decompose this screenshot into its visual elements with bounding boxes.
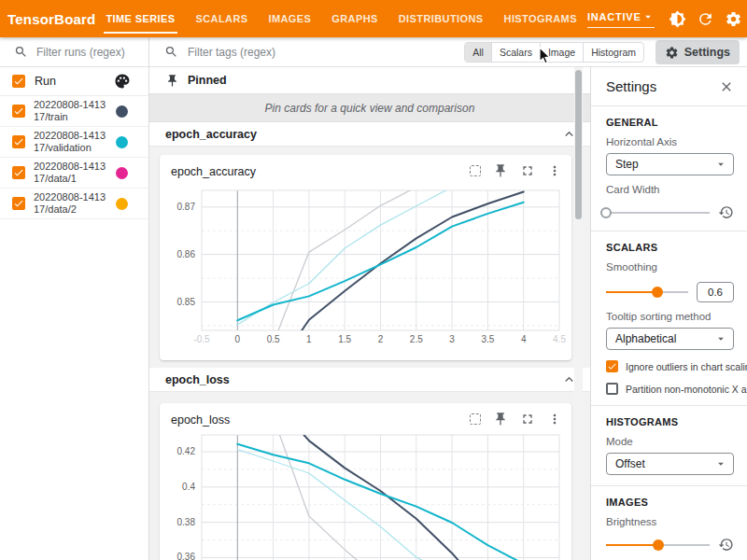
images-heading: IMAGES [606,497,734,508]
tooltip-sorting-select[interactable]: Alphabetical [606,328,734,350]
check-icon [13,198,24,209]
tooltip-sorting-value: Alphabetical [615,332,676,345]
run-color-dot [116,198,128,210]
tab-time-series[interactable]: TIME SERIES [95,0,185,37]
run-row[interactable]: 20220808-141317/validation [0,127,148,158]
pin-icon [165,74,179,88]
tab-distributions[interactable]: DISTRIBUTIONS [388,0,494,37]
svg-text:3: 3 [449,334,455,344]
svg-text:4: 4 [521,334,527,344]
smoothing-label: Smoothing [606,261,734,273]
palette-icon[interactable] [114,73,131,90]
kebab-menu-icon[interactable] [547,412,562,427]
runs-header-label: Run [35,75,56,88]
section-header-epoch-accuracy[interactable]: epoch_accuracy [149,122,590,147]
run-name: 20220808-141317/validation [34,130,110,154]
run-checkbox[interactable] [12,166,25,179]
runs-header-row: Run [0,67,148,96]
filter-histogram-button[interactable]: Histogram [583,43,643,62]
tags-filter-input[interactable] [188,46,356,59]
settings-button[interactable]: Settings [655,40,740,64]
reset-history-icon[interactable] [718,537,734,553]
tooltip-sorting-label: Tooltip sorting method [606,311,734,322]
histogram-mode-select[interactable]: Offset [606,453,734,475]
pin-icon[interactable] [493,412,508,427]
filter-scalars-button[interactable]: Scalars [491,43,540,62]
card-width-slider[interactable] [606,206,710,219]
run-row[interactable]: 20220808-141317/data/1 [0,158,148,189]
kebab-menu-icon[interactable] [547,163,562,178]
svg-text:0.85: 0.85 [177,297,196,307]
run-row[interactable]: 20220808-141317/train [0,96,148,127]
runs-filter-input[interactable] [36,46,139,59]
horizontal-axis-label: Horizontal Axis [606,136,734,147]
fit-domain-icon[interactable] [470,165,481,176]
tab-scalars[interactable]: SCALARS [186,0,259,37]
brightness-slider[interactable] [606,539,710,552]
tags-filter-row [164,37,356,66]
histogram-mode-value: Offset [615,457,645,470]
divider [591,485,747,486]
smoothing-value-input[interactable]: 0.6 [697,282,734,302]
epoch-accuracy-chart[interactable]: 0.850.860.8700.511.522.533.54-0.54.5 [160,155,571,360]
ignore-outliers-label: Ignore outliers in chart scaling [626,361,747,372]
svg-text:0.38: 0.38 [177,517,196,527]
run-checkbox[interactable] [12,135,25,148]
close-icon[interactable] [719,79,734,94]
pinned-empty-message: Pin cards for a quick view and compariso… [149,93,590,122]
caret-down-icon [714,457,727,470]
run-checkbox[interactable] [12,105,25,118]
run-checkbox[interactable] [12,197,25,210]
check-icon [13,136,24,147]
check-icon [13,167,24,178]
tab-images[interactable]: IMAGES [259,0,322,37]
section-title: epoch_accuracy [165,128,257,141]
settings-panel-title: Settings [606,78,656,94]
histogram-mode-label: Mode [606,436,734,447]
settings-button-label: Settings [684,46,730,59]
run-row[interactable]: 20220808-141317/data/2 [0,189,148,219]
svg-text:1: 1 [306,334,312,344]
svg-text:0.5: 0.5 [267,334,280,344]
caret-down-icon [641,10,655,23]
slider-thumb[interactable] [652,287,663,298]
slider-thumb[interactable] [653,539,664,551]
tab-graphs[interactable]: GRAPHS [321,0,388,37]
reset-history-icon[interactable] [718,204,734,220]
search-icon [164,45,178,59]
run-name: 20220808-141317/data/2 [34,191,110,216]
tab-histograms[interactable]: HISTOGRAMS [494,0,587,37]
partition-x-axis-checkbox[interactable] [606,383,618,395]
epoch-accuracy-card: epoch_accuracy 0.850.860.8700.511.522.53… [160,155,571,360]
pin-icon[interactable] [493,163,508,178]
general-heading: GENERAL [606,117,734,128]
epoch-loss-chart[interactable]: 0.360.380.40.4200.511.522.533.54-0.54.5 [160,403,571,560]
slider-thumb[interactable] [600,207,612,218]
gear-icon[interactable] [725,10,742,28]
filter-all-button[interactable]: All [465,43,491,62]
refresh-icon[interactable] [697,10,714,28]
cards-area: Pinned Pin cards for a quick view and co… [149,67,590,560]
filter-image-button[interactable]: Image [540,43,583,62]
pinned-section-header: Pinned [149,67,590,93]
divider [591,405,747,406]
run-name: 20220808-141317/data/1 [34,161,110,185]
main-scrollbar-thumb[interactable] [575,70,582,219]
ignore-outliers-checkbox[interactable] [606,360,618,372]
horizontal-axis-value: Step [615,158,639,171]
brightness-toggle-icon[interactable] [669,10,686,28]
run-color-dot [116,167,128,179]
runs-sidebar: Run 20220808-141317/train 20220808-14131… [0,37,149,560]
horizontal-axis-select[interactable]: Step [606,153,734,175]
check-icon [13,76,24,87]
select-all-runs-checkbox[interactable] [12,75,25,88]
fullscreen-icon[interactable] [520,412,535,427]
section-header-epoch-loss[interactable]: epoch_loss [149,368,590,392]
smoothing-slider[interactable] [606,286,688,299]
fit-domain-icon[interactable] [470,413,481,425]
card-width-label: Card Width [606,184,734,195]
caret-down-icon [714,158,727,171]
fullscreen-icon[interactable] [520,163,535,178]
reload-status-select[interactable]: INACTIVE [587,10,655,28]
run-color-dot [116,105,128,118]
